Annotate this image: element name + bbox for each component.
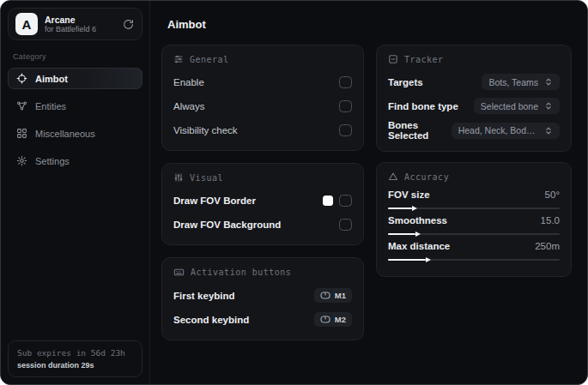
slider-fill[interactable]: [388, 259, 426, 261]
unfold-more-icon: [544, 126, 553, 135]
setting-row-bones-selected: Bones Selected Head, Neck, Body, Pe...: [388, 120, 560, 141]
sidebar-item-miscellaneous[interactable]: Miscellaneous: [8, 123, 142, 144]
always-checkbox[interactable]: [339, 100, 352, 112]
panel-header-label: Accuracy: [404, 172, 449, 182]
panel-header-label: Activation buttons: [191, 268, 291, 277]
bones-selected-dropdown[interactable]: Head, Neck, Body, Pe...: [452, 123, 560, 139]
setting-label: Targets: [388, 77, 423, 87]
targets-dropdown[interactable]: Bots, Teams: [482, 74, 560, 90]
panel-header-label: Visual: [190, 173, 223, 183]
keybind-value: M1: [335, 291, 346, 300]
mouse-icon: [320, 292, 330, 299]
slider-group-smoothness: Smoothness 15.0: [388, 215, 560, 235]
setting-label: First keybind: [173, 291, 235, 301]
setting-row-visibility-check: Visibility check: [173, 120, 352, 140]
setting-row-first-keybind: First keybind M1: [173, 286, 352, 305]
setting-row-enable: Enable: [173, 72, 352, 92]
setting-label: Smoothness: [388, 215, 447, 226]
setting-label: Draw FOV Border: [173, 196, 256, 206]
accuracy-panel: Accuracy FOV size 50° Smoothness: [376, 162, 572, 277]
draw-fov-border-checkbox[interactable]: [339, 195, 352, 207]
main-content: Aimbot General Enable: [150, 1, 588, 384]
setting-row-draw-fov-background: Draw FOV Background: [173, 214, 352, 234]
max-distance-slider[interactable]: [388, 259, 560, 261]
logo-card: A Arcane for Battlefield 6: [8, 8, 142, 40]
category-label: Category: [13, 52, 142, 61]
unfold-more-icon: [544, 101, 553, 111]
setting-label: Second keybind: [173, 315, 249, 325]
app-window: A Arcane for Battlefield 6 Category Aimb…: [0, 0, 588, 385]
visibility-check-checkbox[interactable]: [339, 124, 352, 136]
sub-expires-text: Sub expires in 56d 23h: [17, 348, 133, 358]
sidebar-item-label: Aimbot: [35, 74, 68, 84]
smoothness-slider[interactable]: [388, 233, 560, 235]
slider-fill[interactable]: [388, 233, 415, 235]
sliders-vertical-icon: [173, 172, 184, 183]
entities-icon: [16, 100, 27, 111]
mouse-icon: [320, 316, 330, 323]
setting-row-always: Always: [173, 96, 352, 116]
fov-border-color-swatch[interactable]: [323, 196, 333, 206]
visual-panel: Visual Draw FOV Border Draw FOV Backgrou…: [161, 163, 364, 245]
crosshair-icon: [16, 73, 27, 84]
slider-group-fov-size: FOV size 50°: [388, 189, 560, 209]
grid-icon: [16, 128, 27, 139]
session-duration-text: session duration 29s: [17, 361, 133, 370]
setting-label: Max distance: [388, 241, 450, 251]
slider-value: 50°: [545, 189, 560, 200]
app-subtitle: for Battlefield 6: [45, 25, 114, 33]
sidebar: A Arcane for Battlefield 6 Category Aimb…: [1, 1, 150, 384]
find-bone-type-dropdown[interactable]: Selected bone: [474, 98, 560, 114]
setting-label: Bones Selected: [388, 120, 452, 141]
panel-header-label: General: [190, 55, 229, 64]
gear-icon: [16, 155, 27, 166]
setting-label: Visibility check: [173, 125, 238, 135]
sidebar-item-label: Entities: [35, 101, 66, 111]
subscription-info: Sub expires in 56d 23h session duration …: [8, 340, 142, 377]
keybind-value: M2: [335, 315, 346, 324]
setting-row-draw-fov-border: Draw FOV Border: [173, 190, 352, 210]
second-keybind-button[interactable]: M2: [314, 312, 352, 327]
square-minus-icon: [388, 54, 398, 64]
slider-value: 250m: [535, 241, 560, 251]
enable-checkbox[interactable]: [339, 76, 352, 88]
general-panel: General Enable Always Visibility check: [161, 45, 364, 151]
keyboard-icon: [173, 267, 185, 278]
setting-row-targets: Targets Bots, Teams: [388, 72, 560, 92]
slider-value: 15.0: [541, 215, 560, 226]
sidebar-item-entities[interactable]: Entities: [8, 95, 142, 117]
slider-group-max-distance: Max distance 250m: [388, 241, 560, 261]
sidebar-item-label: Settings: [35, 156, 70, 166]
setting-label: Draw FOV Background: [173, 220, 281, 230]
page-title: Aimbot: [167, 18, 572, 31]
dropdown-value: Head, Neck, Body, Pe...: [458, 125, 538, 135]
setting-row-find-bone-type: Find bone type Selected bone: [388, 96, 560, 116]
tracker-panel: Tracker Targets Bots, Teams Find bone ty…: [376, 45, 572, 152]
setting-label: Enable: [173, 77, 204, 87]
sidebar-item-label: Miscellaneous: [35, 129, 95, 139]
sliders-icon: [173, 54, 184, 64]
sidebar-item-settings[interactable]: Settings: [8, 150, 142, 171]
refresh-icon[interactable]: [121, 17, 135, 31]
setting-label: FOV size: [388, 189, 430, 200]
triangle-icon: [388, 171, 398, 182]
draw-fov-background-checkbox[interactable]: [339, 219, 352, 231]
unfold-more-icon: [544, 77, 553, 87]
app-logo: A: [15, 13, 38, 35]
setting-label: Find bone type: [388, 101, 458, 111]
app-name: Arcane: [45, 15, 114, 25]
dropdown-value: Selected bone: [481, 101, 538, 111]
panel-header-label: Tracker: [404, 55, 444, 64]
setting-label: Always: [173, 101, 204, 111]
fov-size-slider[interactable]: [388, 208, 560, 209]
activation-buttons-panel: Activation buttons First keybind M1 Seco…: [161, 257, 364, 340]
slider-fill[interactable]: [388, 208, 412, 209]
setting-row-second-keybind: Second keybind M2: [173, 310, 352, 329]
dropdown-value: Bots, Teams: [488, 77, 538, 87]
first-keybind-button[interactable]: M1: [314, 288, 352, 303]
sidebar-item-aimbot[interactable]: Aimbot: [8, 68, 142, 89]
